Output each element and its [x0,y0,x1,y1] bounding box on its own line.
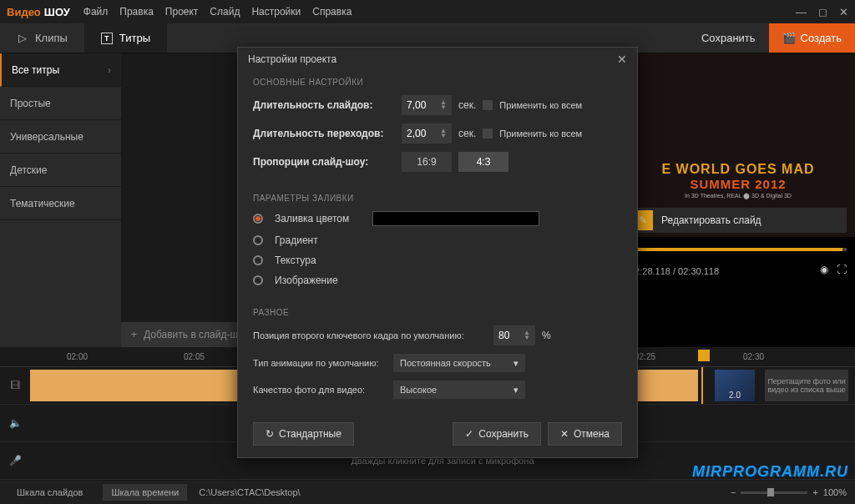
drop-hint: Перетащите фото или видео из списка выше [765,370,848,401]
check-icon: ✓ [465,428,473,440]
transition-duration-input[interactable]: 2,00 ▲▼ [402,123,452,144]
play-icon: ▷ [17,33,28,44]
sidebar-item-thematic[interactable]: Тематические [0,187,121,220]
track-icons-column: 🎞 🔈 🎤 [0,367,30,480]
menu-file[interactable]: Файл [83,6,109,18]
menu-project[interactable]: Проект [165,6,199,18]
video-track-icon[interactable]: 🎞 [0,367,30,405]
plus-icon: + [131,329,137,340]
tab-clips-label: Клипы [35,32,68,44]
keyframe-pos-label: Позиция второго ключевого кадра по умолч… [253,330,487,340]
edit-slide-button[interactable]: ✎ Редактировать слайд [630,208,847,233]
watermark: MIRPROGRAMM.RU [692,463,848,481]
preview-subtitle: In 3D Theatres, REAL ⬤ 3D & Digital 3D [621,193,855,199]
window-controls: — ◻ ✕ [796,6,848,18]
spinner-icon[interactable]: ▲▼ [440,100,447,110]
slide-duration-input[interactable]: 7,00 ▲▼ [402,95,452,115]
create-button[interactable]: 🎬 Создать [769,23,855,53]
fullscreen-icon[interactable]: ⛶ [837,264,847,275]
x-icon: ✕ [560,428,569,440]
dialog-footer: ↻ Стандартные ✓ Сохранить ✕ Отмена [238,414,637,457]
zoom-value: 100% [823,487,847,497]
preview-title-2: SUMMER 2012 [621,177,855,191]
snapshot-icon[interactable]: ◉ [820,264,828,275]
playhead-marker[interactable] [698,350,710,361]
refresh-icon: ↻ [266,428,274,440]
fill-image-label: Изображение [275,275,338,286]
titlebar: Видео ШОУ Файл Правка Проект Слайд Настр… [0,0,855,23]
fill-color-radio[interactable] [253,214,263,224]
fill-gradient-label: Градиент [275,234,318,246]
spinner-icon[interactable]: ▲▼ [440,129,447,139]
mic-track-icon[interactable]: 🎤 [0,442,30,480]
anim-type-select[interactable]: Постоянная скорость▾ [393,354,525,372]
ratio-16-9-button[interactable]: 16:9 [402,152,452,172]
audio-track-icon[interactable]: 🔈 [0,405,30,442]
dialog-titlebar: Настройки проекта ✕ [238,48,637,71]
slide-duration-label: Длительность слайдов: [253,99,395,111]
camera-icon: 🎬 [782,32,796,44]
keyframe-pos-input[interactable]: 80 ▲▼ [493,325,535,345]
defaults-button[interactable]: ↻ Стандартные [253,422,354,446]
tab-clips[interactable]: ▷ Клипы [0,23,84,53]
zoom-control: − + 100% [731,487,847,497]
maximize-icon[interactable]: ◻ [818,6,827,18]
ruler-tick: 02:05 [184,352,205,361]
anim-type-label: Тип анимации по умолчанию: [253,358,387,368]
percent-unit: % [542,330,551,341]
section-misc-title: РАЗНОЕ [253,308,622,317]
fill-texture-radio[interactable] [253,255,263,265]
project-settings-dialog: Настройки проекта ✕ ОСНОВНЫЕ НАСТРОЙКИ Д… [237,47,638,458]
save-button[interactable]: Сохранить [688,23,769,53]
preview-seekbar[interactable] [630,241,847,258]
chevron-right-icon: › [108,64,111,76]
menu-settings[interactable]: Настройки [251,6,301,18]
preview-panel: E WORLD GOES MAD SUMMER 2012 In 3D Theat… [621,53,855,347]
status-tab-slides[interactable]: Шкала слайдов [8,484,91,501]
ratio-4-3-button[interactable]: 4:3 [458,152,508,172]
status-path: C:\Users\CTAC\Desktop\ [199,487,300,497]
sidebar: Все титры › Простые Универсальные Детски… [0,53,121,347]
transition-duration-label: Длительность переходов: [253,128,395,139]
spinner-icon[interactable]: ▲▼ [524,330,530,340]
apply-all-slides-checkbox[interactable] [483,100,493,110]
zoom-out-icon[interactable]: − [731,487,736,497]
dialog-close-icon[interactable]: ✕ [617,53,627,66]
photo-quality-label: Качество фото для видео: [253,385,387,395]
apply-all-transitions-label: Применить ко всем [499,129,582,139]
close-icon[interactable]: ✕ [839,6,848,18]
ruler-tick: 02:00 [67,352,88,361]
fill-image-radio[interactable] [253,275,263,285]
statusbar: Шкала слайдов Шкала времени C:\Users\CTA… [0,481,855,504]
fill-color-swatch[interactable] [372,211,539,226]
apply-all-transitions-checkbox[interactable] [483,129,493,139]
status-tab-timeline[interactable]: Шкала времени [103,484,187,501]
dialog-cancel-button[interactable]: ✕ Отмена [548,422,622,446]
apply-all-slides-label: Применить ко всем [499,100,582,110]
tab-titles[interactable]: T Титры [84,23,167,53]
playhead-line[interactable] [701,367,703,404]
fill-gradient-radio[interactable] [253,235,263,245]
zoom-slider[interactable] [741,491,807,494]
menu-edit[interactable]: Правка [119,6,154,18]
preview-title-1: E WORLD GOES MAD [621,162,855,177]
sidebar-item-universal[interactable]: Универсальные [0,120,121,154]
preview-image: E WORLD GOES MAD SUMMER 2012 In 3D Theat… [621,53,855,237]
sidebar-item-simple[interactable]: Простые [0,87,121,120]
photo-quality-select[interactable]: Высокое▾ [393,381,525,399]
clip-thumbnail[interactable]: 2.0 [715,370,755,401]
tab-titles-label: Титры [119,32,150,44]
dialog-save-button[interactable]: ✓ Сохранить [453,422,541,446]
menu-help[interactable]: Справка [312,6,352,18]
zoom-in-icon[interactable]: + [812,487,817,497]
fill-color-label: Заливка цветом [275,213,349,224]
chevron-down-icon: ▾ [514,385,519,396]
fill-texture-label: Текстура [275,255,316,266]
section-main-title: ОСНОВНЫЕ НАСТРОЙКИ [253,78,622,87]
menu-slide[interactable]: Слайд [210,6,240,18]
sec-unit: сек. [458,99,476,111]
minimize-icon[interactable]: — [796,6,807,18]
sidebar-item-all[interactable]: Все титры › [0,53,121,87]
sidebar-item-kids[interactable]: Детские [0,154,121,187]
logo-part2: ШОУ [44,6,70,18]
